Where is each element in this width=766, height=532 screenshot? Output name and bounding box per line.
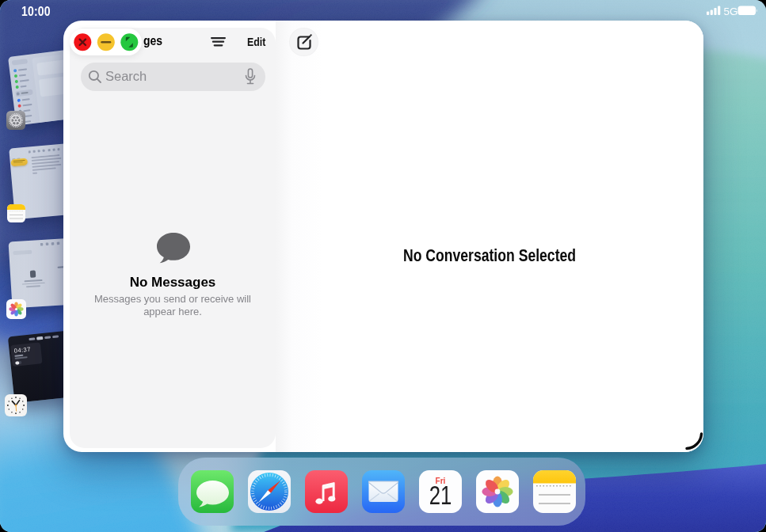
svg-text:5G: 5G bbox=[724, 6, 738, 17]
svg-text:21: 21 bbox=[429, 481, 452, 510]
